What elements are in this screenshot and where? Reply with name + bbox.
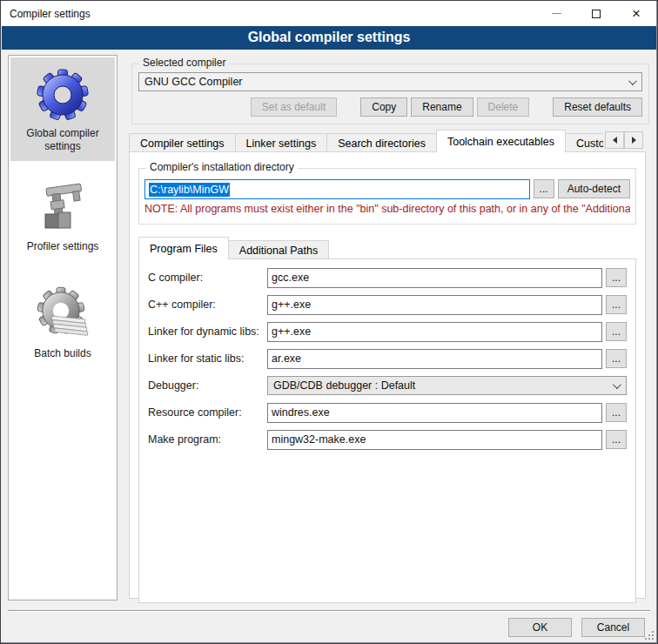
input-value: windres.exe [272, 406, 330, 419]
field-label: C compiler: [148, 272, 267, 284]
compiler-select[interactable]: GNU GCC Compiler [138, 72, 642, 91]
sidebar-item-batch-builds[interactable]: Batch builds [10, 272, 115, 375]
field-row-static-linker: Linker for static libs: ar.exe ... [148, 349, 627, 368]
installation-directory-group: Compiler's installation directory C:\ray… [138, 168, 636, 225]
browse-button[interactable]: ... [606, 295, 627, 314]
compiler-select-value: GNU GCC Compiler [144, 76, 243, 88]
auto-detect-button[interactable]: Auto-detect [558, 179, 630, 198]
tab-label: Toolchain executables [447, 136, 554, 148]
tab-label: Program Files [150, 243, 218, 255]
dialog-banner: Global compiler settings [2, 26, 656, 50]
browse-button[interactable]: ... [606, 268, 627, 287]
field-label: Debugger: [148, 379, 267, 392]
minimize-icon [552, 13, 561, 14]
browse-button[interactable]: ... [606, 322, 627, 341]
program-files-page: C compiler: gcc.exe ... C++ compiler: g+… [138, 258, 636, 603]
tab-label: Additional Paths [239, 245, 318, 257]
tab-additional-paths[interactable]: Additional Paths [228, 240, 329, 259]
tab-scroll-arrows [605, 131, 643, 149]
maximize-icon [592, 10, 601, 18]
group-label: Selected compiler [139, 57, 229, 69]
tab-label: Linker settings [246, 138, 317, 150]
tab-label: Compiler settings [140, 138, 225, 150]
cancel-button[interactable]: Cancel [581, 618, 645, 637]
rename-button[interactable]: Rename [411, 97, 473, 117]
minimize-button[interactable] [536, 1, 576, 26]
browse-button[interactable]: ... [606, 430, 627, 449]
content-area: Selected compiler GNU GCC Compiler Set a… [123, 55, 652, 612]
set-as-default-button[interactable]: Set as default [251, 97, 337, 117]
static-linker-input[interactable]: ar.exe [267, 349, 602, 369]
chevron-down-icon [613, 380, 621, 389]
resize-grip[interactable] [644, 630, 655, 641]
selected-text: C:\raylib\MinGW [149, 183, 230, 197]
compiler-settings-dialog: Compiler settings × Global compiler sett… [0, 0, 658, 644]
tab-label: Custom variables [576, 138, 603, 150]
maximize-button[interactable] [576, 1, 616, 26]
ok-button[interactable]: OK [508, 618, 572, 637]
input-value: mingw32-make.exe [272, 433, 366, 446]
delete-button[interactable]: Delete [477, 97, 530, 117]
arrow-left-icon [609, 137, 617, 144]
field-label: Resource compiler: [148, 406, 267, 419]
field-row-debugger: Debugger: GDB/CDB debugger : Default [148, 376, 627, 395]
input-value: gcc.exe [272, 272, 309, 284]
sidebar-item-profiler-settings[interactable]: Profiler settings [10, 164, 115, 268]
compiler-buttons-row: Set as default Copy Rename Delete Reset … [138, 97, 642, 117]
close-button[interactable]: × [616, 1, 656, 26]
dynamic-linker-input[interactable]: g++.exe [267, 322, 602, 342]
input-value: g++.exe [272, 299, 311, 311]
field-label: Linker for static libs: [148, 352, 267, 365]
debugger-select-value: GDB/CDB debugger : Default [273, 379, 415, 392]
gear-blue-icon [35, 66, 91, 122]
browse-directory-button[interactable]: ... [534, 179, 554, 198]
sidebar-item-label: Batch builds [30, 347, 94, 360]
tab-program-files[interactable]: Program Files [138, 237, 229, 259]
cpp-compiler-input[interactable]: g++.exe [267, 295, 602, 315]
titlebar: Compiler settings × [2, 1, 656, 26]
field-label: Make program: [148, 433, 267, 446]
reset-defaults-button[interactable]: Reset defaults [553, 97, 642, 117]
program-files-tab-strip: Program Files Additional Paths [138, 238, 636, 259]
field-label: C++ compiler: [148, 299, 267, 311]
input-value: g++.exe [272, 325, 311, 338]
field-row-make-program: Make program: mingw32-make.exe ... [148, 430, 627, 449]
chevron-down-icon [628, 77, 637, 85]
gear-stack-icon [35, 286, 91, 342]
close-icon: × [632, 6, 641, 21]
copy-button[interactable]: Copy [360, 97, 407, 117]
debugger-select[interactable]: GDB/CDB debugger : Default [267, 376, 627, 395]
tab-scroll-left-button[interactable] [605, 131, 624, 149]
window-title: Compiler settings [2, 8, 91, 20]
tab-scroll-right-button[interactable] [624, 131, 643, 149]
caption-buttons: × [536, 1, 656, 26]
c-compiler-input[interactable]: gcc.exe [267, 268, 602, 288]
installation-directory-input[interactable]: C:\raylib\MinGW [144, 179, 530, 199]
input-value: ar.exe [272, 352, 301, 365]
field-row-dynamic-linker: Linker for dynamic libs: g++.exe ... [148, 322, 627, 341]
tab-custom-variables[interactable]: Custom variables [565, 133, 603, 152]
sidebar-item-label: Profiler settings [24, 240, 103, 253]
tab-search-directories[interactable]: Search directories [326, 133, 437, 152]
sidebar-item-label: Global compiler settings [10, 127, 115, 153]
group-label: Compiler's installation directory [146, 161, 298, 173]
selected-compiler-group: Selected compiler GNU GCC Compiler Set a… [131, 64, 649, 124]
tab-toolchain-executables[interactable]: Toolchain executables [436, 130, 566, 152]
tab-compiler-settings[interactable]: Compiler settings [129, 133, 236, 152]
settings-sidebar: Global compiler settings Profiler settin… [8, 55, 118, 600]
make-program-input[interactable]: mingw32-make.exe [267, 430, 602, 450]
toolchain-executables-page: Compiler's installation directory C:\ray… [129, 151, 646, 599]
field-row-resource-compiler: Resource compiler: windres.exe ... [148, 403, 627, 422]
tab-label: Search directories [338, 138, 426, 150]
field-row-c-compiler: C compiler: gcc.exe ... [148, 268, 627, 287]
resource-compiler-input[interactable]: windres.exe [267, 403, 602, 423]
note-text: NOTE: All programs must exist either in … [144, 203, 630, 215]
tab-linker-settings[interactable]: Linker settings [235, 133, 328, 152]
field-label: Linker for dynamic libs: [148, 325, 267, 338]
field-row-cpp-compiler: C++ compiler: g++.exe ... [148, 295, 627, 314]
browse-button[interactable]: ... [606, 349, 627, 368]
caliper-icon [35, 179, 91, 235]
browse-button[interactable]: ... [606, 403, 627, 422]
sidebar-item-global-compiler-settings[interactable]: Global compiler settings [10, 57, 115, 161]
footer-separator [8, 610, 650, 612]
